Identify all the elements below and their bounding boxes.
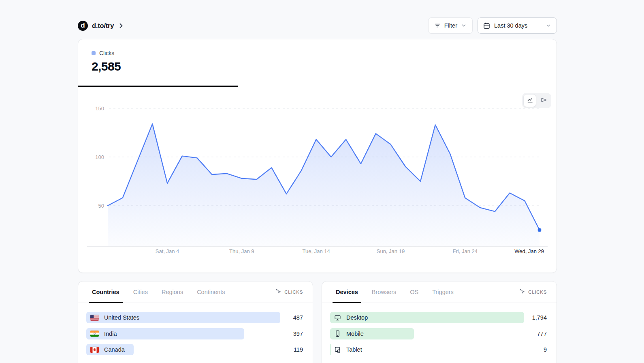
svg-text:Thu, Jan 9: Thu, Jan 9 [229, 248, 254, 254]
mouse-pointer-click-icon [520, 289, 525, 295]
country-row[interactable]: Canada 119 [86, 344, 303, 355]
locations-tabbar: Countries Cities Regions Continents CLIC… [78, 281, 313, 303]
clicks-total-value: 2,585 [92, 60, 238, 73]
country-clicks-value: 119 [280, 346, 303, 353]
country-name: Canada [104, 346, 125, 353]
country-row[interactable]: United States 487 [86, 312, 303, 323]
country-row[interactable]: India 397 [86, 328, 303, 339]
dub-logo-icon: d [78, 21, 88, 31]
device-clicks-value: 9 [524, 346, 547, 353]
chevron-down-icon [461, 23, 467, 28]
filter-lines-icon [434, 22, 441, 29]
tab-continents[interactable]: Continents [196, 281, 226, 303]
svg-text:100: 100 [95, 154, 104, 160]
chart-type-toggle [522, 93, 551, 108]
devices-list: Desktop 1,794 Mobile [322, 303, 557, 355]
tab-regions[interactable]: Regions [161, 281, 184, 303]
mouse-pointer-click-icon [276, 289, 281, 295]
svg-text:Tue, Jan 14: Tue, Jan 14 [303, 248, 330, 254]
tab-devices[interactable]: Devices [335, 281, 359, 303]
calendar-icon [483, 22, 490, 29]
tab-cities[interactable]: Cities [132, 281, 149, 303]
breakdown-cards: Countries Cities Regions Continents CLIC… [78, 281, 557, 363]
line-chart-icon [527, 97, 533, 105]
device-name: Tablet [346, 346, 362, 353]
svg-text:Sat, Jan 4: Sat, Jan 4 [156, 248, 179, 254]
chevron-down-icon [546, 23, 551, 28]
clicks-timeseries-chart: 15010050Sat, Jan 4Thu, Jan 9Tue, Jan 14S… [78, 87, 557, 273]
device-clicks-value: 1,794 [524, 314, 547, 321]
tablet-icon [334, 346, 341, 353]
date-range-button[interactable]: Last 30 days [478, 17, 557, 34]
svg-text:Sun, Jan 19: Sun, Jan 19 [377, 248, 405, 254]
svg-text:Wed, Jan 29: Wed, Jan 29 [514, 248, 544, 254]
locations-card: Countries Cities Regions Continents CLIC… [78, 281, 313, 363]
countries-list: United States 487 India [78, 303, 313, 355]
analytics-page: d d.to/try Filter Last 30 days [0, 0, 644, 363]
top-bar: d d.to/try Filter Last 30 days [78, 17, 557, 34]
monitor-icon [334, 314, 341, 321]
chart-canvas: 15010050Sat, Jan 4Thu, Jan 9Tue, Jan 14S… [78, 87, 557, 273]
country-clicks-value: 487 [280, 314, 303, 321]
country-name: India [104, 331, 117, 337]
tab-countries[interactable]: Countries [91, 281, 120, 303]
active-stat-indicator [78, 86, 238, 87]
us-flag-icon [90, 315, 99, 321]
tab-browsers[interactable]: Browsers [371, 281, 397, 303]
line-chart-toggle-button[interactable] [523, 94, 536, 107]
filter-button[interactable]: Filter [428, 17, 473, 34]
stats-header: Clicks 2,585 [78, 39, 557, 87]
funnel-icon [540, 97, 547, 105]
device-row[interactable]: Tablet 9 [330, 344, 547, 355]
device-clicks-value: 777 [524, 331, 547, 337]
svg-text:50: 50 [98, 203, 104, 209]
device-row[interactable]: Mobile 777 [330, 328, 547, 339]
metric-label: CLICKS [284, 290, 303, 294]
date-range-label: Last 30 days [494, 22, 527, 29]
clicks-metric-selector[interactable]: CLICKS [276, 289, 303, 295]
india-flag-icon [90, 331, 99, 337]
tab-os[interactable]: OS [409, 281, 419, 303]
clicks-metric-selector[interactable]: CLICKS [520, 289, 547, 295]
top-bar-actions: Filter Last 30 days [428, 17, 557, 34]
metric-label: CLICKS [528, 290, 547, 294]
tab-triggers[interactable]: Triggers [431, 281, 454, 303]
device-name: Mobile [346, 331, 364, 337]
breadcrumb[interactable]: d d.to/try [78, 21, 124, 31]
smartphone-icon [334, 330, 341, 337]
short-link-label: d.to/try [92, 22, 114, 30]
devices-tabbar: Devices Browsers OS Triggers CLICKS [322, 281, 557, 303]
clicks-legend-label: Clicks [99, 50, 114, 56]
canada-flag-icon [90, 347, 99, 353]
clicks-legend-square-icon [92, 51, 96, 55]
funnel-chart-toggle-button[interactable] [537, 94, 550, 107]
country-clicks-value: 397 [280, 331, 303, 337]
chevron-right-icon [118, 23, 124, 29]
svg-text:150: 150 [95, 105, 104, 112]
filter-button-label: Filter [444, 22, 457, 29]
country-name: United States [104, 314, 139, 321]
devices-card: Devices Browsers OS Triggers CLICKS [322, 281, 557, 363]
device-name: Desktop [346, 314, 368, 321]
svg-text:Fri, Jan 24: Fri, Jan 24 [453, 248, 478, 254]
clicks-stat-tab[interactable]: Clicks 2,585 [78, 39, 238, 87]
analytics-chart-card: Clicks 2,585 15010050Sat, Jan 4Thu, Jan … [78, 39, 557, 273]
device-row[interactable]: Desktop 1,794 [330, 312, 547, 323]
